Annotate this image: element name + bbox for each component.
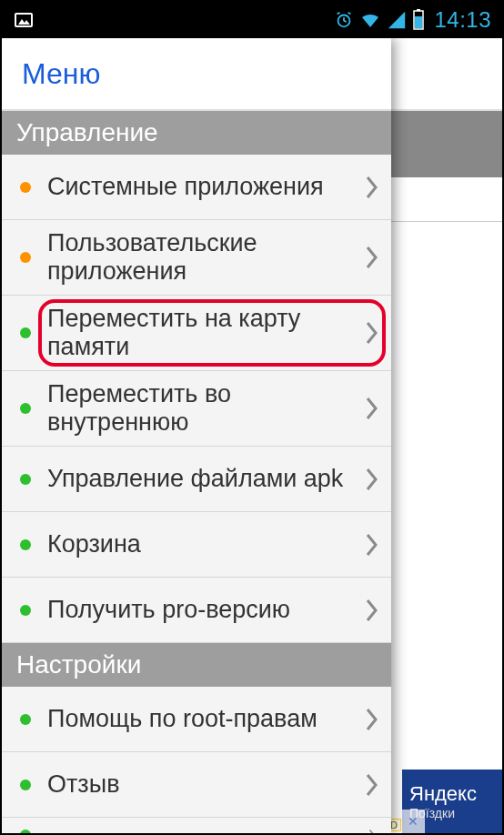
- svg-line-4: [344, 21, 347, 22]
- menu-item-get-pro[interactable]: Получить pro-версию: [2, 578, 391, 643]
- picture-icon: [13, 9, 35, 31]
- wifi-icon: [359, 9, 381, 31]
- menu-item-move-to-internal[interactable]: Переместить во внутреннюю: [2, 371, 391, 447]
- menu-item-apk-manager[interactable]: Управление файлами apk: [2, 447, 391, 512]
- section-header-management: Управление: [2, 111, 391, 155]
- svg-line-5: [338, 13, 340, 15]
- svg-marker-1: [18, 19, 30, 25]
- bullet-icon: [20, 539, 31, 550]
- menu-item-label: Переместить во внутреннюю: [47, 380, 364, 437]
- menu-item-root-help[interactable]: Помощь по root-правам: [2, 687, 391, 752]
- bullet-icon: [20, 605, 31, 616]
- drawer-title: Меню: [2, 38, 391, 111]
- menu-item-label: [47, 829, 364, 833]
- chevron-right-icon: [364, 829, 380, 833]
- bullet-icon: [20, 403, 31, 414]
- drawer-list[interactable]: Управление Системные приложения Пользова…: [2, 111, 391, 833]
- menu-item-label: Переместить на карту памяти: [47, 305, 364, 361]
- menu-item-partial[interactable]: [2, 818, 391, 833]
- menu-item-system-apps[interactable]: Системные приложения: [2, 155, 391, 220]
- menu-item-move-to-sd[interactable]: Переместить на карту памяти: [2, 296, 391, 371]
- section-header-settings: Настройки: [2, 643, 391, 687]
- bullet-icon: [20, 327, 31, 338]
- bullet-icon: [20, 714, 31, 725]
- ad-brand: Яндекс: [409, 782, 502, 806]
- bullet-icon: [20, 474, 31, 485]
- device-frame: 14:13 П Долгое подроб Всего C E: [0, 0, 504, 835]
- chevron-right-icon: [364, 772, 380, 798]
- svg-rect-9: [417, 9, 420, 11]
- menu-item-label: Отзыв: [47, 770, 364, 799]
- chevron-right-icon: [364, 175, 380, 200]
- signal-icon: [387, 10, 407, 30]
- menu-item-user-apps[interactable]: Пользовательские приложения: [2, 220, 391, 296]
- chevron-right-icon: [364, 707, 380, 732]
- menu-item-label: Управление файлами apk: [47, 465, 364, 493]
- ad-close-icon[interactable]: ✕: [401, 810, 425, 833]
- status-clock: 14:13: [434, 7, 491, 33]
- bullet-icon: [20, 182, 31, 193]
- chevron-right-icon: [364, 245, 380, 270]
- chevron-right-icon: [364, 598, 380, 623]
- menu-item-label: Получить pro-версию: [47, 596, 364, 624]
- svg-line-6: [348, 13, 351, 15]
- bullet-icon: [20, 252, 31, 263]
- svg-marker-7: [388, 12, 405, 28]
- chevron-right-icon: [364, 396, 380, 421]
- menu-item-label: Пользовательские приложения: [47, 229, 364, 286]
- svg-rect-10: [415, 16, 422, 28]
- content-area: П Долгое подроб Всего C E N: [2, 38, 502, 833]
- chevron-right-icon: [364, 467, 380, 492]
- bullet-icon: [20, 780, 31, 790]
- menu-item-label: Системные приложения: [47, 173, 364, 201]
- drawer-menu: Меню Управление Системные приложения Пол…: [2, 38, 391, 833]
- menu-item-label: Помощь по root-правам: [47, 705, 364, 733]
- menu-item-trash[interactable]: Корзина: [2, 512, 391, 578]
- chevron-right-icon: [364, 320, 380, 346]
- chevron-right-icon: [364, 532, 380, 558]
- status-bar: 14:13: [2, 2, 502, 38]
- bullet-icon: [20, 830, 31, 833]
- menu-item-feedback[interactable]: Отзыв: [2, 752, 391, 818]
- alarm-icon: [334, 10, 354, 30]
- battery-icon: [412, 9, 425, 31]
- menu-item-label: Корзина: [47, 530, 364, 558]
